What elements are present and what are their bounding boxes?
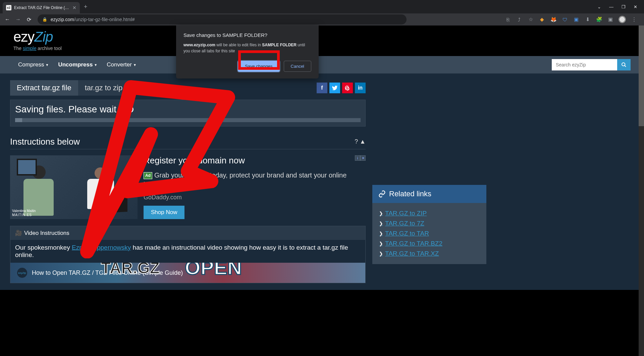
page-tabs: Extract tar.gz file tar.gz to zip f in bbox=[10, 80, 366, 96]
browser-chrome: eZ Extract TAR.GZ File Online (No lim ✕ … bbox=[0, 0, 644, 26]
cancel-button[interactable]: Cancel bbox=[284, 61, 311, 72]
linkedin-icon[interactable]: in bbox=[355, 83, 366, 93]
search-button[interactable] bbox=[617, 59, 631, 70]
scrollbar[interactable] bbox=[639, 26, 644, 356]
saving-status-box: Saving files. Please wait... bbox=[10, 100, 366, 126]
ad-block: Valentina Maitin MAITIN.ES Register your… bbox=[10, 155, 366, 219]
logo-tagline: The simple archive tool bbox=[13, 46, 62, 51]
permission-dialog: Save changes to SAMPLE FOLDER? www.ezyzi… bbox=[176, 26, 319, 79]
reload-button[interactable]: ⟳ bbox=[24, 15, 34, 24]
tab-title: Extract TAR.GZ File Online (No lim bbox=[14, 5, 70, 10]
video-description: Our spokesmonkey Ezriah Zippernowsky has… bbox=[10, 240, 365, 263]
svg-line-1 bbox=[625, 65, 626, 67]
nav-uncompress[interactable]: Uncompress▼ bbox=[53, 61, 102, 68]
new-tab-button[interactable]: + bbox=[84, 3, 88, 10]
video-author-link[interactable]: Ezriah Zippernowsky bbox=[72, 244, 131, 251]
video-section: 🎥 Video Instructions Our spokesmonkey Ez… bbox=[10, 226, 366, 283]
chevron-right-icon: ❯ bbox=[379, 241, 383, 246]
nav-converter[interactable]: Converter▼ bbox=[102, 61, 141, 68]
url-input[interactable]: 🔒 ezyzip.com/unzip-tar-gz-file-online.ht… bbox=[38, 14, 407, 24]
tab-bar: eZ Extract TAR.GZ File Online (No lim ✕ … bbox=[0, 0, 644, 13]
extension-1-icon[interactable]: ◆ bbox=[539, 16, 545, 23]
forward-button[interactable]: → bbox=[13, 15, 23, 24]
svg-point-0 bbox=[622, 63, 625, 66]
side-panel-icon[interactable]: ▣ bbox=[607, 16, 614, 23]
ad-close-icon[interactable]: ✕ bbox=[360, 155, 366, 161]
favicon: eZ bbox=[6, 5, 11, 10]
extension-3-icon[interactable]: 🛡 bbox=[561, 16, 568, 23]
site-logo[interactable]: ezyZip The simple archive tool bbox=[13, 29, 62, 51]
tab-to-zip[interactable]: tar.gz to zip bbox=[78, 80, 129, 96]
url-text: ezyzip.com/unzip-tar-gz-file-online.html… bbox=[51, 17, 135, 22]
related-link[interactable]: ❯TAR.GZ to TAR bbox=[379, 228, 480, 239]
caret-icon: ▼ bbox=[45, 63, 49, 67]
metamask-icon[interactable]: 🦊 bbox=[550, 16, 557, 23]
logo-part1: ezy bbox=[13, 29, 34, 45]
ad-controls: i ✕ bbox=[355, 155, 366, 161]
chevron-right-icon: ❯ bbox=[379, 251, 383, 256]
sidebar-column: Related links ❯TAR.GZ to ZIP ❯TAR.GZ to … bbox=[372, 80, 486, 283]
main-column: Extract tar.gz file tar.gz to zip f in bbox=[10, 80, 366, 283]
url-bar: ← → ⟳ 🔒 ezyzip.com/unzip-tar-gz-file-onl… bbox=[0, 13, 644, 26]
profile-avatar[interactable] bbox=[619, 16, 626, 23]
scroll-thumb[interactable] bbox=[639, 26, 644, 126]
ad-badge: Ad bbox=[144, 172, 152, 179]
extension-4-icon[interactable]: ▣ bbox=[573, 16, 580, 23]
spinner-icon bbox=[127, 106, 133, 113]
related-link[interactable]: ❯TAR.GZ to ZIP bbox=[379, 208, 480, 218]
nav-compress[interactable]: Compress▼ bbox=[13, 61, 53, 68]
nav-search bbox=[552, 59, 631, 70]
ad-description: AdGrab your domain today, protect your b… bbox=[144, 170, 366, 189]
dialog-body: www.ezyzip.com will be able to edit file… bbox=[183, 42, 311, 54]
related-links-header: Related links bbox=[372, 185, 486, 203]
link-icon bbox=[378, 190, 386, 198]
close-window-icon[interactable]: ✕ bbox=[634, 4, 637, 9]
ad-title[interactable]: Register your domain now bbox=[144, 155, 366, 166]
window-controls: ⌄ — ❐ ✕ bbox=[597, 4, 641, 9]
caret-icon: ▼ bbox=[94, 63, 97, 67]
tab-extract[interactable]: Extract tar.gz file bbox=[10, 80, 78, 96]
related-link[interactable]: ❯TAR.GZ to 7Z bbox=[379, 218, 480, 228]
share-icon[interactable]: ⤴ bbox=[516, 16, 523, 23]
bookmark-icon[interactable]: ☆ bbox=[527, 16, 534, 23]
progress-bar bbox=[15, 118, 361, 122]
save-changes-button[interactable]: Save changes bbox=[238, 61, 279, 72]
social-buttons: f in bbox=[317, 83, 366, 93]
ad-content: Register your domain now AdGrab your dom… bbox=[144, 155, 366, 219]
dropdown-icon[interactable]: ⌄ bbox=[597, 4, 601, 9]
related-links-title: Related links bbox=[389, 190, 431, 198]
caret-icon: ▼ bbox=[133, 63, 137, 67]
related-link[interactable]: ❯TAR.GZ to TAR.XZ bbox=[379, 249, 480, 259]
extensions-icon[interactable]: 🧩 bbox=[596, 16, 602, 23]
video-thumbnail[interactable]: ezyZip How to Open TAR.GZ / TGZ Files On… bbox=[10, 263, 365, 283]
related-links-box: Related links ❯TAR.GZ to ZIP ❯TAR.GZ to … bbox=[372, 185, 486, 264]
download-icon[interactable]: ⬇ bbox=[584, 16, 591, 23]
minimize-icon[interactable]: — bbox=[609, 4, 613, 9]
maximize-icon[interactable]: ❐ bbox=[622, 4, 626, 9]
ad-info-icon[interactable]: i bbox=[355, 155, 360, 161]
dialog-title: Save changes to SAMPLE FOLDER? bbox=[183, 32, 311, 38]
ad-image[interactable]: Valentina Maitin MAITIN.ES bbox=[10, 155, 138, 219]
install-icon[interactable]: ⎘ bbox=[504, 16, 511, 23]
browser-tab[interactable]: eZ Extract TAR.GZ File Online (No lim ✕ bbox=[3, 2, 80, 13]
video-thumb-logo: ezyZip bbox=[17, 268, 27, 278]
twitter-icon[interactable] bbox=[329, 83, 340, 93]
page-viewport: ezyZip The simple archive tool Compress▼… bbox=[0, 26, 644, 356]
search-input[interactable] bbox=[552, 59, 617, 70]
pinterest-icon[interactable] bbox=[342, 83, 353, 93]
facebook-icon[interactable]: f bbox=[317, 83, 327, 93]
saving-text: Saving files. Please wait... bbox=[15, 104, 124, 115]
ad-source: GoDaddy.com bbox=[144, 194, 366, 201]
back-button[interactable]: ← bbox=[3, 15, 12, 24]
site-header: ezyZip The simple archive tool bbox=[0, 26, 644, 56]
chevron-right-icon: ❯ bbox=[379, 211, 383, 216]
video-header: 🎥 Video Instructions bbox=[10, 226, 365, 240]
instructions-title: Instructions below bbox=[10, 137, 80, 147]
menu-icon[interactable]: ⋮ bbox=[631, 16, 637, 23]
close-tab-icon[interactable]: ✕ bbox=[72, 5, 76, 10]
search-icon bbox=[621, 62, 627, 67]
help-toggle[interactable]: ? ▲ bbox=[355, 138, 366, 145]
related-link[interactable]: ❯TAR.GZ to TAR.BZ2 bbox=[379, 239, 480, 249]
ad-image-caption: Valentina Maitin MAITIN.ES bbox=[12, 209, 36, 217]
shop-now-button[interactable]: Shop Now bbox=[144, 206, 184, 219]
